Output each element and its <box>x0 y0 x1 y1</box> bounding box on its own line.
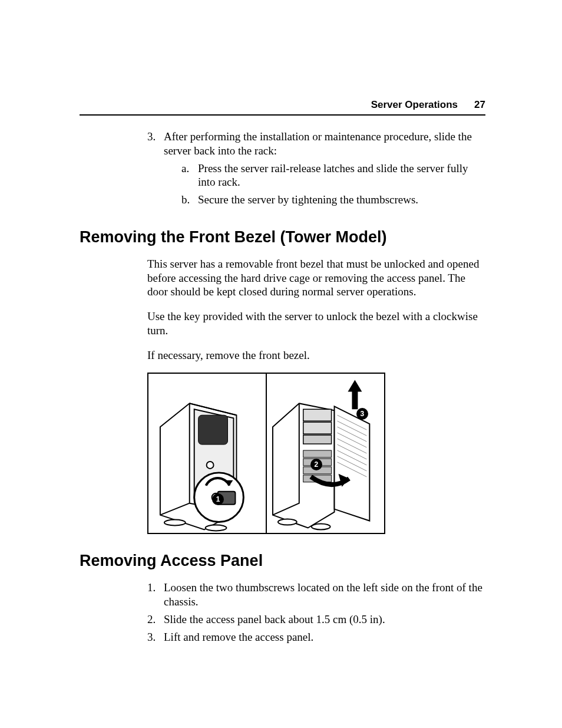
list-number: 3. <box>147 630 164 644</box>
figure-callout-3: 3 <box>356 408 368 420</box>
body-paragraph: Use the key provided with the server to … <box>147 309 485 338</box>
list-text: Press the server rail-release latches an… <box>198 162 485 190</box>
sub-ordered-list: a. Press the server rail-release latches… <box>164 162 485 207</box>
server-bezel-open-icon <box>267 374 384 533</box>
list-text: Lift and remove the access panel. <box>164 630 485 644</box>
list-text: Loosen the two thumbscrews located on th… <box>164 581 485 609</box>
body-paragraph: If necessary, remove the front bezel. <box>147 348 485 363</box>
list-number: 2. <box>147 612 164 627</box>
svg-rect-2 <box>199 415 228 444</box>
list-text: Slide the access panel back about 1.5 cm… <box>164 612 485 627</box>
svg-rect-11 <box>303 410 332 421</box>
figure-panel-right: 2 3 <box>267 374 384 533</box>
figure-callout-2: 2 <box>310 459 322 470</box>
page: Server Operations 27 3. After performing… <box>0 0 562 728</box>
list-item: 2. Slide the access panel back about 1.5… <box>147 612 485 627</box>
list-item: 3. Lift and remove the access panel. <box>147 630 485 644</box>
list-item: 1. Loosen the two thumbscrews located on… <box>147 581 485 609</box>
header-page-number: 27 <box>474 99 485 111</box>
section-body-front-bezel: This server has a removable front bezel … <box>147 257 485 535</box>
header-section-title: Server Operations <box>371 99 458 111</box>
section-body-access-panel: 1. Loosen the two thumbscrews located on… <box>147 581 485 644</box>
list-number: b. <box>181 193 198 207</box>
figure-panel-left: 1 <box>148 374 266 533</box>
svg-rect-13 <box>303 435 332 444</box>
body-paragraph: This server has a removable front bezel … <box>147 257 485 299</box>
svg-point-30 <box>278 519 297 525</box>
list-number: 1. <box>147 581 164 609</box>
list-number: a. <box>181 162 198 190</box>
page-content: 3. After performing the installation or … <box>80 130 485 644</box>
list-text: After performing the installation or mai… <box>164 130 485 210</box>
svg-marker-29 <box>348 380 362 392</box>
list-text: Secure the server by tightening the thum… <box>198 193 485 207</box>
svg-point-31 <box>311 524 330 530</box>
continued-ordered-list: 3. After performing the installation or … <box>147 130 485 210</box>
server-with-key-icon <box>148 374 266 533</box>
figure-bezel-removal: 1 <box>147 373 385 534</box>
svg-point-4 <box>164 520 186 526</box>
list-item: b. Secure the server by tightening the t… <box>181 193 485 207</box>
svg-rect-12 <box>303 422 332 434</box>
section-heading-access-panel: Removing Access Panel <box>80 552 485 570</box>
svg-point-3 <box>207 462 214 469</box>
svg-rect-14 <box>303 450 332 457</box>
svg-point-5 <box>206 525 227 531</box>
section-heading-front-bezel: Removing the Front Bezel (Tower Model) <box>80 228 485 246</box>
continued-list-block: 3. After performing the installation or … <box>147 130 485 210</box>
list-item: a. Press the server rail-release latches… <box>181 162 485 190</box>
list-number: 3. <box>147 130 164 210</box>
list-item: 3. After performing the installation or … <box>147 130 485 210</box>
ordered-list-access-panel: 1. Loosen the two thumbscrews located on… <box>147 581 485 644</box>
running-header: Server Operations 27 <box>80 99 485 116</box>
